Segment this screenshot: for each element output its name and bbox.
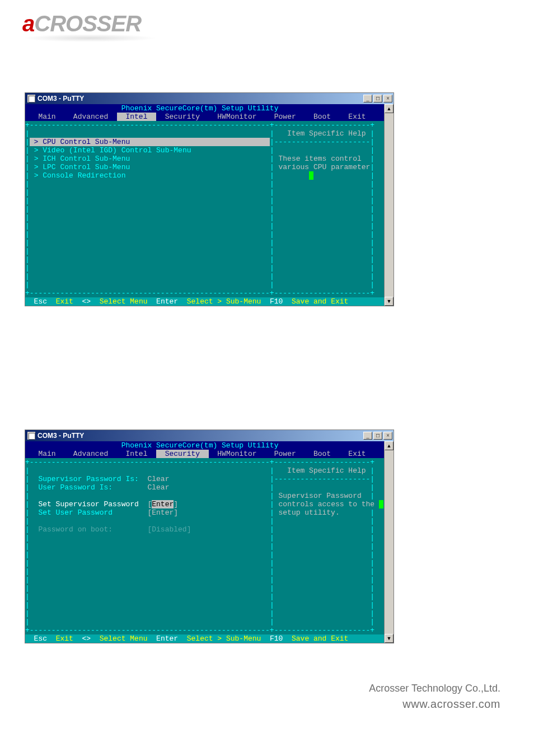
titlebar[interactable]: COM3 - PuTTY _ □ ×: [25, 93, 394, 104]
scroll-up-button[interactable]: ▲: [385, 104, 394, 113]
putty-window-intel: COM3 - PuTTY _ □ × Phoenix SecureCore(tm…: [25, 92, 394, 306]
close-button[interactable]: ×: [383, 432, 392, 440]
logo-rest: CROSSER: [34, 11, 141, 36]
putty-window-security: COM3 - PuTTY _ □ × Phoenix SecureCore(tm…: [25, 430, 394, 643]
putty-icon: [27, 95, 35, 102]
maximize-button[interactable]: □: [373, 432, 382, 440]
footer-company: Acrosser Technology Co.,Ltd.: [0, 683, 500, 694]
footer-url: www.acrosser.com: [0, 698, 500, 711]
terminal-security[interactable]: Phoenix SecureCore(tm) Setup Utility Mai…: [25, 441, 384, 643]
titlebar[interactable]: COM3 - PuTTY _ □ ×: [25, 430, 394, 441]
minimize-button[interactable]: _: [363, 95, 372, 102]
putty-icon: [27, 432, 35, 440]
scroll-down-button[interactable]: ▼: [385, 634, 394, 643]
minimize-button[interactable]: _: [363, 432, 372, 440]
window-title: COM3 - PuTTY: [38, 432, 362, 440]
close-button[interactable]: ×: [383, 95, 392, 102]
scrollbar[interactable]: ▲ ▼: [384, 104, 394, 306]
logo-letter-a: a: [22, 11, 34, 36]
scrollbar[interactable]: ▲ ▼: [384, 441, 394, 643]
terminal-intel[interactable]: Phoenix SecureCore(tm) Setup Utility Mai…: [25, 104, 384, 306]
scroll-up-button[interactable]: ▲: [385, 441, 394, 450]
brand-logo: aCROSSER: [22, 11, 534, 36]
scroll-down-button[interactable]: ▼: [385, 297, 394, 306]
maximize-button[interactable]: □: [373, 95, 382, 102]
window-title: COM3 - PuTTY: [38, 95, 362, 102]
page-footer: Acrosser Technology Co.,Ltd. www.acrosse…: [0, 683, 500, 711]
